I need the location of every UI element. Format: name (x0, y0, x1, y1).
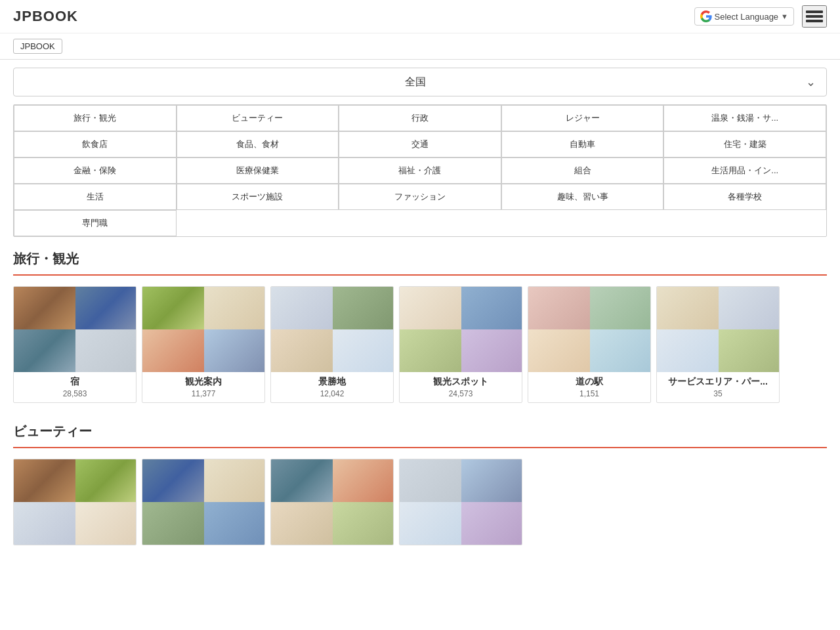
card-img-2 (142, 329, 204, 372)
card-beauty-1[interactable] (142, 459, 265, 545)
card-beauty-0[interactable] (13, 459, 136, 545)
list-view-button[interactable] (802, 5, 827, 28)
region-select[interactable]: 全国 ⌄ (13, 68, 827, 96)
card-info: 観光案内11,377 (142, 372, 264, 402)
card-img-1 (461, 459, 522, 502)
category-cell-onsen[interactable]: 温泉・銭湯・サ... (663, 105, 826, 131)
section-travel: 旅行・観光宿28,583観光案内11,377景勝地12,042観光スポット24,… (13, 250, 827, 403)
card-name: 景勝地 (276, 376, 388, 388)
card-img-0 (14, 459, 75, 502)
card-count: 12,042 (276, 389, 388, 398)
category-cell-welfare[interactable]: 福祉・介護 (339, 158, 501, 184)
card-img-0 (14, 287, 75, 329)
svg-rect-1 (806, 15, 823, 18)
card-images (14, 459, 136, 545)
category-cell-daily[interactable]: 生活用品・イン... (663, 158, 826, 184)
category-cell-transport[interactable]: 交通 (339, 131, 501, 158)
card-img-2 (142, 502, 204, 545)
card-img-0 (400, 459, 461, 502)
chevron-down-icon: ⌄ (806, 75, 816, 89)
category-cell-auto[interactable]: 自動車 (501, 131, 664, 158)
category-cell-restaurant[interactable]: 飲食店 (14, 131, 177, 158)
card-travel-5[interactable]: サービスエリア・パー...35 (656, 286, 780, 403)
category-cell-medical[interactable]: 医療保健業 (177, 158, 339, 184)
svg-rect-2 (806, 20, 823, 22)
category-cell-school[interactable]: 各種学校 (663, 184, 826, 210)
card-travel-3[interactable]: 観光スポット24,573 (399, 286, 522, 403)
card-beauty-3[interactable] (399, 459, 522, 545)
category-cell-sports[interactable]: スポーツ施設 (177, 184, 339, 210)
category-cell-specialty[interactable]: 専門職 (14, 210, 177, 236)
category-cell-housing[interactable]: 住宅・建築 (663, 131, 826, 158)
card-count: 35 (662, 389, 774, 398)
card-img-0 (400, 287, 461, 329)
region-label: 全国 (24, 75, 806, 89)
category-cell-hobby[interactable]: 趣味、習い事 (501, 184, 664, 210)
category-cell-fashion[interactable]: ファッション (339, 184, 501, 210)
category-cell-finance[interactable]: 金融・保険 (14, 158, 177, 184)
section-title-beauty: ビューティー (13, 423, 827, 440)
category-cell-travel[interactable]: 旅行・観光 (14, 105, 177, 131)
card-info: サービスエリア・パー...35 (657, 372, 779, 402)
card-img-3 (719, 329, 780, 372)
card-img-2 (271, 502, 333, 545)
card-img-1 (75, 287, 136, 329)
section-divider-travel (13, 274, 827, 276)
card-img-2 (400, 329, 461, 372)
list-icon (806, 9, 823, 24)
card-travel-0[interactable]: 宿28,583 (13, 286, 136, 403)
card-img-3 (590, 329, 651, 372)
svg-rect-0 (806, 10, 823, 13)
card-img-3 (204, 329, 265, 372)
category-cell-beauty[interactable]: ビューティー (177, 105, 339, 131)
card-info: 宿28,583 (14, 372, 136, 402)
card-img-1 (333, 459, 394, 502)
card-img-3 (461, 329, 522, 372)
card-travel-2[interactable]: 景勝地12,042 (270, 286, 394, 403)
card-img-1 (204, 459, 265, 502)
card-img-2 (528, 329, 590, 372)
card-img-3 (204, 502, 265, 545)
card-img-3 (333, 329, 394, 372)
section-beauty: ビューティー (13, 423, 827, 545)
category-cell-leisure[interactable]: レジャー (501, 105, 664, 131)
card-info: 道の駅1,151 (528, 372, 650, 402)
card-img-0 (271, 459, 333, 502)
card-img-1 (333, 287, 394, 329)
card-name: 観光案内 (148, 376, 259, 388)
card-img-1 (75, 459, 136, 502)
card-img-0 (142, 459, 204, 502)
logo: JPBOOK (13, 8, 78, 25)
card-images (400, 287, 522, 372)
card-img-1 (461, 287, 522, 329)
category-cell-union[interactable]: 組合 (501, 158, 664, 184)
category-cell-administration[interactable]: 行政 (339, 105, 501, 131)
card-images (657, 287, 780, 372)
card-img-1 (204, 287, 265, 329)
category-cell-life[interactable]: 生活 (14, 184, 177, 210)
breadcrumb-item-jpbook[interactable]: JPBOOK (13, 39, 62, 54)
card-img-3 (333, 502, 394, 545)
card-images (271, 287, 394, 372)
card-name: サービスエリア・パー... (662, 376, 774, 388)
section-title-travel: 旅行・観光 (13, 250, 827, 268)
google-g-icon (700, 10, 712, 22)
card-grid-travel: 宿28,583観光案内11,377景勝地12,042観光スポット24,573道の… (13, 286, 827, 403)
card-travel-4[interactable]: 道の駅1,151 (528, 286, 651, 403)
card-count: 24,573 (405, 389, 516, 398)
card-img-2 (400, 502, 461, 545)
card-beauty-2[interactable] (270, 459, 394, 545)
category-grid: 旅行・観光ビューティー行政レジャー温泉・銭湯・サ...飲食店食品、食材交通自動車… (13, 104, 827, 237)
card-img-2 (14, 329, 75, 372)
card-name: 道の駅 (534, 376, 645, 388)
card-images (142, 459, 265, 545)
breadcrumb: JPBOOK (0, 33, 840, 60)
category-cell-food[interactable]: 食品、食材 (177, 131, 339, 158)
card-count: 11,377 (148, 389, 259, 398)
card-img-2 (271, 329, 333, 372)
translate-button[interactable]: Select Language ▼ (694, 7, 794, 26)
card-images (142, 287, 265, 372)
card-travel-1[interactable]: 観光案内11,377 (142, 286, 265, 403)
translate-arrow-icon: ▼ (781, 12, 788, 20)
card-count: 28,583 (19, 389, 131, 398)
